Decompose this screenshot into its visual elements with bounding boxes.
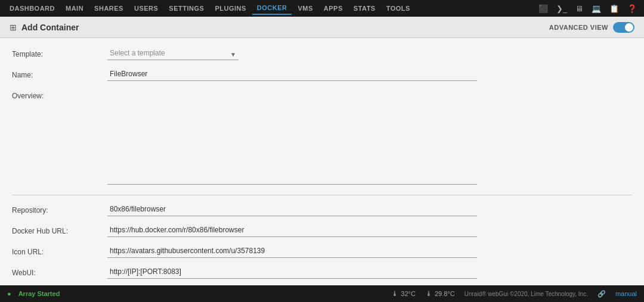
name-input[interactable] xyxy=(107,69,477,81)
nav-item-stats[interactable]: STATS xyxy=(349,2,380,14)
nav-item-users[interactable]: USERS xyxy=(129,2,163,14)
page-header: ⊞ Add Container ADVANCED VIEW xyxy=(0,17,644,38)
nav-right-icons: ⬛ ❯_ 🖥 💻 📋 ❓ xyxy=(536,3,639,14)
advanced-view-area: ADVANCED VIEW xyxy=(549,22,634,33)
nav-item-dashboard[interactable]: DASHBOARD xyxy=(5,2,60,14)
template-label: Template: xyxy=(12,48,107,58)
section-divider xyxy=(12,195,632,195)
overview-textarea[interactable] xyxy=(107,89,477,185)
terminal-icon[interactable]: ❯_ xyxy=(554,3,569,14)
nav-item-shares[interactable]: SHARES xyxy=(89,2,128,14)
dockerhub-control xyxy=(107,225,477,237)
grid-icon: ⊞ xyxy=(10,23,17,32)
nav-item-settings[interactable]: SETTINGS xyxy=(164,2,209,14)
nav-item-main[interactable]: MAIN xyxy=(61,2,88,14)
manual-link[interactable]: manual xyxy=(615,290,637,297)
webui-label: WebUI: xyxy=(12,266,107,277)
manual-icon: 🔗 xyxy=(597,290,606,298)
status-temps: 🌡 32°C 🌡 29.8°C Unraid® webGui ©2020, Li… xyxy=(391,289,637,298)
template-control: Select a template ▼ xyxy=(107,48,477,60)
template-select-wrapper: Select a template ▼ xyxy=(107,48,239,60)
nav-item-docker[interactable]: DOCKER xyxy=(252,2,292,15)
webui-row: WebUI: xyxy=(12,266,632,279)
page-title: Add Container xyxy=(21,23,79,32)
repository-control xyxy=(107,204,477,216)
dockerhub-input[interactable] xyxy=(107,225,477,237)
laptop-icon[interactable]: 💻 xyxy=(589,3,603,14)
overview-control xyxy=(107,89,477,186)
temp2-item: 🌡 29.8°C xyxy=(425,289,455,298)
temp1-item: 🌡 32°C xyxy=(391,289,416,298)
template-row: Template: Select a template ▼ xyxy=(12,48,632,60)
array-status-label: Array Started xyxy=(18,290,60,297)
temp2-icon: 🌡 xyxy=(425,289,432,298)
advanced-view-toggle[interactable] xyxy=(613,22,634,33)
page-title-area: ⊞ Add Container xyxy=(10,23,79,32)
overview-row: Overview: xyxy=(12,89,632,186)
temp1-icon: 🌡 xyxy=(391,289,398,298)
webui-input[interactable] xyxy=(107,266,477,279)
overview-label: Overview: xyxy=(12,89,107,100)
top-navigation: DASHBOARD MAIN SHARES USERS SETTINGS PLU… xyxy=(0,0,644,17)
status-bar: ● Array Started 🌡 32°C 🌡 29.8°C Unraid® … xyxy=(0,285,644,302)
name-row: Name: xyxy=(12,69,632,81)
webui-control xyxy=(107,266,477,279)
icon-input[interactable] xyxy=(107,245,477,258)
temp2-value: 29.8°C xyxy=(435,290,455,297)
template-select[interactable]: Select a template xyxy=(107,48,239,60)
toggle-knob xyxy=(625,23,633,32)
dockerhub-label: Docker Hub URL: xyxy=(12,225,107,235)
temp1-value: 32°C xyxy=(401,290,416,297)
help-icon[interactable]: ❓ xyxy=(625,3,639,14)
copyright-text: Unraid® webGui ©2020, Lime Technology, I… xyxy=(465,291,588,297)
file-icon[interactable]: ⬛ xyxy=(536,3,550,14)
repository-input[interactable] xyxy=(107,204,477,216)
nav-item-vms[interactable]: VMS xyxy=(293,2,317,14)
icon-control xyxy=(107,245,477,258)
name-label: Name: xyxy=(12,69,107,79)
nav-item-apps[interactable]: APPS xyxy=(319,2,348,14)
clipboard-icon[interactable]: 📋 xyxy=(607,3,621,14)
repository-label: Repository: xyxy=(12,204,107,214)
name-control xyxy=(107,69,477,81)
icon-row: Icon URL: xyxy=(12,245,632,258)
monitor-icon[interactable]: 🖥 xyxy=(573,3,586,14)
array-status-dot: ● xyxy=(7,290,11,297)
advanced-view-label: ADVANCED VIEW xyxy=(549,24,608,31)
nav-item-tools[interactable]: TOOLS xyxy=(382,2,415,14)
nav-item-plugins[interactable]: PLUGINS xyxy=(210,2,250,14)
repository-row: Repository: xyxy=(12,204,632,216)
dockerhub-row: Docker Hub URL: xyxy=(12,225,632,237)
icon-label: Icon URL: xyxy=(12,245,107,256)
main-content: Template: Select a template ▼ Name: Over… xyxy=(0,38,644,285)
